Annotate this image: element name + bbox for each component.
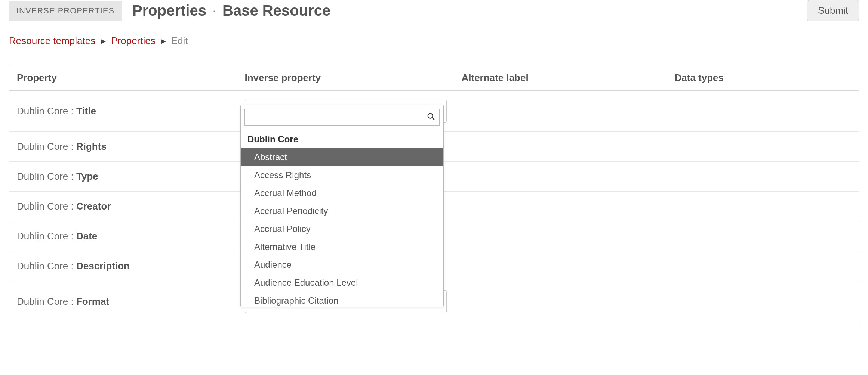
property-cell: Dublin Core : Description <box>9 251 237 281</box>
property-term: Description <box>76 260 130 272</box>
property-cell: Dublin Core : Format <box>9 281 237 322</box>
data-types-cell <box>667 281 859 322</box>
dropdown-item-accrual-policy[interactable]: Accrual Policy <box>241 220 443 238</box>
property-cell: Dublin Core : Creator <box>9 192 237 221</box>
property-vocab: Dublin Core : <box>17 201 76 212</box>
page-title: Properties · Base Resource <box>132 2 330 19</box>
dropdown-search-input[interactable] <box>244 109 440 126</box>
breadcrumb-separator-icon: ▶ <box>101 37 106 45</box>
page-header: INVERSE PROPERTIES Properties · Base Res… <box>0 0 868 26</box>
property-vocab: Dublin Core : <box>17 260 76 272</box>
dropdown-search-wrap <box>241 105 443 130</box>
property-term: Date <box>76 230 97 242</box>
property-term: Format <box>76 296 109 307</box>
page-title-separator: · <box>212 2 216 19</box>
dropdown-item-audience-education-level[interactable]: Audience Education Level <box>241 274 443 292</box>
alternate-label-cell <box>454 281 667 322</box>
data-types-cell <box>667 91 859 132</box>
dropdown-group-label: Dublin Core <box>241 130 443 148</box>
breadcrumb-properties[interactable]: Properties <box>111 35 156 47</box>
property-term: Creator <box>76 201 111 212</box>
breadcrumb: Resource templates ▶ Properties ▶ Edit <box>0 26 868 56</box>
property-term: Type <box>76 171 98 182</box>
breadcrumb-current: Edit <box>171 35 188 47</box>
column-header-inverse: Inverse property <box>237 65 454 91</box>
page-title-main: Properties <box>132 2 206 19</box>
property-cell: Dublin Core : Title <box>9 91 237 132</box>
property-vocab: Dublin Core : <box>17 230 76 242</box>
property-term: Title <box>76 105 96 117</box>
property-cell: Dublin Core : Rights <box>9 132 237 162</box>
column-header-alternate: Alternate label <box>454 65 667 91</box>
dropdown-item-cutoff[interactable]: Bibliographic Citation <box>241 292 443 307</box>
properties-table-wrap: Property Inverse property Alternate labe… <box>0 56 868 331</box>
property-vocab: Dublin Core : <box>17 141 76 152</box>
breadcrumb-separator-icon: ▶ <box>161 37 166 45</box>
column-header-property: Property <box>9 65 237 91</box>
property-cell: Dublin Core : Date <box>9 221 237 251</box>
dropdown-item-abstract[interactable]: Abstract <box>241 148 443 166</box>
inverse-properties-tab[interactable]: INVERSE PROPERTIES <box>9 1 122 21</box>
dropdown-item-access-rights[interactable]: Access Rights <box>241 166 443 184</box>
dropdown-item-accrual-method[interactable]: Accrual Method <box>241 184 443 202</box>
dropdown-item-accrual-periodicity[interactable]: Accrual Periodicity <box>241 202 443 220</box>
property-dropdown: Dublin Core Abstract Access Rights Accru… <box>240 105 444 307</box>
property-cell: Dublin Core : Type <box>9 162 237 192</box>
dropdown-item-audience[interactable]: Audience <box>241 256 443 274</box>
property-term: Rights <box>76 141 107 152</box>
property-vocab: Dublin Core : <box>17 105 76 117</box>
header-left: INVERSE PROPERTIES Properties · Base Res… <box>9 1 807 21</box>
property-vocab: Dublin Core : <box>17 171 76 182</box>
property-vocab: Dublin Core : <box>17 296 76 307</box>
page-title-sub: Base Resource <box>222 2 330 19</box>
alternate-label-cell <box>454 91 667 132</box>
dropdown-item-alternative-title[interactable]: Alternative Title <box>241 238 443 256</box>
column-header-datatypes: Data types <box>667 65 859 91</box>
breadcrumb-resource-templates[interactable]: Resource templates <box>9 35 95 47</box>
submit-button[interactable]: Submit <box>807 0 859 21</box>
